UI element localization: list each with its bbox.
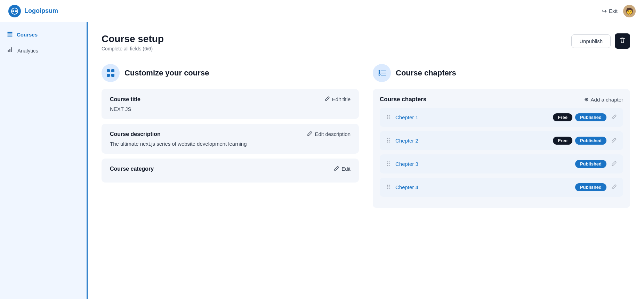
chapter-4-published-badge: Published [575, 183, 606, 191]
course-description-value: The ultimate next.js series of website d… [110, 141, 351, 147]
chapter-1-name: Chepter 1 [395, 114, 548, 120]
edit-chapter-1-button[interactable] [611, 114, 617, 121]
nav-right: ↪ Exit 🧑 [602, 5, 636, 17]
chapter-item-3: ⠿ Chepter 3 Published [380, 154, 623, 173]
edit-description-button[interactable]: Edit description [307, 131, 351, 137]
chapters-section-header: Course chapters [373, 64, 630, 82]
course-description-row: Course description Edit description [110, 131, 351, 137]
chapter-3-badges: Published [575, 160, 606, 168]
customize-section-header: Customize your course [102, 64, 359, 82]
chapter-1-badges: Free Published [553, 113, 606, 121]
logo-icon [8, 5, 21, 17]
chapter-2-badges: Free Published [553, 137, 606, 145]
course-description-label: Course description [110, 131, 161, 137]
course-title-card: Course title Edit title NEXT JS [102, 89, 359, 119]
page-title: Course setup [102, 33, 164, 45]
edit-title-action-label: Edit title [332, 96, 351, 102]
add-chapter-label: Add a chapter [591, 97, 623, 103]
svg-rect-7 [111, 69, 114, 72]
course-category-row: Course category Edit [110, 165, 351, 172]
page-subtitle: Complete all fields (6/6) [102, 46, 164, 51]
sidebar: ☰ Courses Analytics [0, 22, 88, 299]
chapter-2-name: Chepter 2 [395, 138, 548, 144]
course-title-value: NEXT JS [110, 106, 351, 112]
page-header-text: Course setup Complete all fields (6/6) [102, 33, 164, 51]
svg-point-2 [15, 10, 17, 12]
top-nav: Logoipsum ↪ Exit 🧑 [0, 0, 644, 22]
edit-category-action-label: Edit [341, 166, 351, 172]
chapters-label: Course chapters [380, 96, 426, 103]
unpublish-button[interactable]: Unpublish [571, 34, 611, 48]
customize-section-title: Customize your course [124, 68, 209, 78]
add-chapter-icon: ⊕ [584, 96, 589, 103]
svg-rect-4 [9, 49, 10, 52]
course-description-card: Course description Edit description The … [102, 124, 359, 154]
content-area: Course setup Complete all fields (6/6) U… [88, 22, 644, 299]
exit-icon: ↪ [602, 7, 607, 15]
edit-chapter-2-button[interactable] [611, 137, 617, 144]
drag-icon-2[interactable]: ⠿ [386, 137, 391, 145]
chapter-1-free-badge: Free [553, 113, 572, 121]
svg-rect-5 [11, 47, 12, 52]
chapter-item-1: ⠿ Chepter 1 Free Published [380, 108, 623, 127]
chapter-3-name: Chepter 3 [395, 161, 570, 167]
svg-point-1 [13, 10, 14, 12]
sidebar-item-analytics-label: Analytics [17, 48, 38, 54]
chapter-2-published-badge: Published [575, 137, 606, 145]
exit-label: Exit [609, 8, 618, 14]
chapters-box: Course chapters ⊕ Add a chapter ⠿ Chepte… [373, 89, 630, 208]
exit-button[interactable]: ↪ Exit [602, 7, 618, 15]
edit-chapter-3-button[interactable] [611, 161, 617, 168]
drag-icon-4[interactable]: ⠿ [386, 184, 391, 191]
chapters-header: Course chapters ⊕ Add a chapter [380, 96, 623, 103]
edit-title-button[interactable]: Edit title [324, 96, 351, 103]
course-category-label: Course category [110, 166, 154, 172]
sidebar-item-courses[interactable]: ☰ Courses [0, 26, 87, 42]
sections-grid: Customize your course Course title Edit [102, 64, 630, 208]
main-layout: ☰ Courses Analytics Course setup Complet… [0, 22, 644, 299]
chapter-4-badges: Published [575, 183, 606, 191]
page-header: Course setup Complete all fields (6/6) U… [102, 33, 630, 51]
edit-title-icon [324, 96, 330, 103]
sidebar-item-courses-label: Courses [17, 32, 38, 38]
edit-description-icon [307, 131, 313, 137]
svg-rect-8 [107, 74, 110, 77]
add-chapter-button[interactable]: ⊕ Add a chapter [584, 96, 623, 103]
logo-area: Logoipsum [8, 5, 58, 17]
svg-rect-9 [111, 74, 114, 77]
course-title-row: Course title Edit title [110, 96, 351, 103]
courses-icon: ☰ [7, 31, 13, 38]
edit-chapter-4-button[interactable] [611, 184, 617, 191]
customize-section: Customize your course Course title Edit [102, 64, 359, 208]
chapter-item-2: ⠿ Chepter 2 Free Published [380, 131, 623, 150]
chapter-4-name: Chepter 4 [395, 184, 570, 190]
chapter-item-4: ⠿ Chepter 4 Published [380, 178, 623, 197]
chapter-1-published-badge: Published [575, 113, 606, 121]
svg-rect-6 [107, 69, 110, 72]
sidebar-item-analytics[interactable]: Analytics [0, 42, 87, 59]
chapters-section-title: Course chapters [396, 68, 456, 78]
drag-icon-1[interactable]: ⠿ [386, 114, 391, 121]
svg-rect-3 [8, 50, 9, 52]
chapters-icon [373, 64, 391, 82]
drag-icon-3[interactable]: ⠿ [386, 160, 391, 168]
chapter-2-free-badge: Free [553, 137, 572, 145]
course-title-label: Course title [110, 96, 140, 103]
header-actions: Unpublish [571, 33, 630, 49]
edit-category-button[interactable]: Edit [334, 165, 351, 172]
edit-description-action-label: Edit description [315, 131, 351, 137]
analytics-icon [7, 47, 13, 55]
edit-category-icon [334, 165, 339, 172]
course-category-card: Course category Edit [102, 159, 359, 183]
svg-point-12 [379, 72, 380, 74]
avatar: 🧑 [623, 5, 636, 17]
chapters-section: Course chapters Course chapters ⊕ Add a … [373, 64, 630, 208]
delete-button[interactable] [615, 33, 630, 49]
delete-icon [619, 37, 626, 46]
chapter-3-published-badge: Published [575, 160, 606, 168]
svg-point-10 [379, 70, 380, 72]
customize-icon [102, 64, 120, 82]
logo-text: Logoipsum [24, 7, 58, 15]
